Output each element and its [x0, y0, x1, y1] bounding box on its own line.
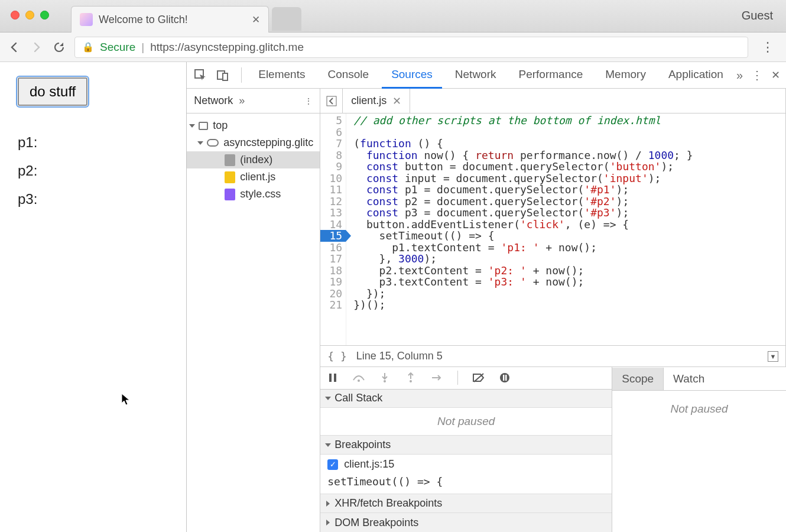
inspect-element-icon[interactable]: [193, 67, 208, 83]
profile-label[interactable]: Guest: [742, 9, 773, 22]
tab-application[interactable]: Application: [659, 62, 733, 89]
tree-file-index[interactable]: (index): [187, 151, 320, 168]
tab-watch[interactable]: Watch: [664, 368, 714, 390]
new-tab-button[interactable]: [272, 7, 301, 31]
traffic-lights: [11, 11, 49, 20]
maximize-window-icon[interactable]: [40, 11, 49, 20]
tab-console[interactable]: Console: [318, 62, 378, 89]
deactivate-breakpoints-icon[interactable]: [472, 371, 485, 384]
callstack-not-paused: Not paused: [320, 408, 612, 436]
breakpoint-code: setTimeout(() => {: [320, 474, 612, 494]
url-input[interactable]: 🔒 Secure | https://asyncstepping.glitch.…: [74, 37, 748, 58]
page-content: do stuff p1: p2: p3:: [0, 62, 187, 532]
tree-top[interactable]: top: [187, 117, 320, 134]
p3-label: p3:: [18, 191, 168, 207]
file-tab-clientjs[interactable]: client.js ✕: [343, 89, 410, 113]
tab-performance[interactable]: Performance: [509, 62, 593, 89]
url-separator: |: [141, 41, 144, 54]
tab-network[interactable]: Network: [446, 62, 506, 89]
close-devtools-icon[interactable]: ✕: [771, 69, 780, 82]
navigator-menu-icon[interactable]: ⋮: [304, 96, 313, 106]
js-file-icon: [225, 171, 235, 183]
back-button[interactable]: [7, 40, 21, 54]
editor-nav-icon[interactable]: [320, 89, 343, 113]
do-stuff-button[interactable]: do stuff: [18, 77, 87, 106]
devtools-menu-icon[interactable]: ⋮: [751, 68, 763, 82]
pause-on-exceptions-icon[interactable]: [498, 371, 511, 384]
step-over-icon[interactable]: [352, 371, 365, 384]
cursor-icon: [121, 393, 131, 406]
secure-label: Secure: [100, 41, 135, 54]
tab-title: Welcome to Glitch!: [99, 14, 246, 26]
svg-point-8: [410, 380, 412, 382]
navigator-header: Network » ⋮: [187, 89, 320, 113]
step-out-icon[interactable]: [404, 371, 417, 384]
scope-watch-tabs: Scope Watch: [612, 367, 786, 391]
p1-label: p1:: [18, 134, 168, 151]
step-into-icon[interactable]: [378, 371, 391, 384]
minimize-window-icon[interactable]: [25, 11, 34, 20]
svg-rect-2: [223, 73, 228, 80]
p2-label: p2:: [18, 163, 168, 179]
pause-icon[interactable]: [326, 371, 339, 384]
sources-navigator: Network » ⋮ top asyncstepping.glitc (ind…: [187, 89, 320, 532]
devtools: Elements Console Sources Network Perform…: [187, 62, 786, 532]
tab-sources[interactable]: Sources: [382, 62, 442, 89]
svg-point-7: [384, 380, 386, 382]
xhr-breakpoints-header[interactable]: XHR/fetch Breakpoints: [320, 494, 612, 513]
svg-rect-4: [329, 374, 332, 382]
file-tab-label: client.js: [351, 95, 386, 107]
more-navigator-tabs-icon[interactable]: »: [239, 95, 245, 107]
tree-host[interactable]: asyncstepping.glitc: [187, 134, 320, 151]
svg-line-9: [474, 374, 483, 382]
breakpoint-item[interactable]: ✓ client.js:15: [320, 455, 612, 474]
url-text: https://asyncstepping.glitch.me: [150, 41, 304, 54]
cloud-icon: [207, 139, 219, 147]
editor-status-bar: { } Line 15, Column 5 ▼: [320, 345, 785, 366]
divider: [457, 371, 458, 385]
scope-not-paused: Not paused: [612, 391, 786, 532]
tab-elements[interactable]: Elements: [249, 62, 314, 89]
reload-button[interactable]: [52, 40, 66, 54]
close-tab-icon[interactable]: ✕: [252, 14, 260, 26]
file-tree: top asyncstepping.glitc (index) client.j…: [187, 113, 320, 206]
breakpoint-checkbox[interactable]: ✓: [327, 459, 338, 470]
dom-breakpoints-header[interactable]: DOM Breakpoints: [320, 513, 612, 532]
debugger-controls: [320, 367, 612, 390]
svg-rect-11: [503, 375, 505, 381]
pretty-print-icon[interactable]: { }: [327, 350, 347, 362]
step-icon[interactable]: [430, 371, 443, 384]
close-window-icon[interactable]: [11, 11, 20, 20]
tab-scope[interactable]: Scope: [612, 368, 664, 390]
browser-menu-icon[interactable]: ⋮: [756, 40, 779, 55]
svg-point-10: [500, 373, 509, 382]
browser-tab[interactable]: Welcome to Glitch! ✕: [71, 6, 269, 33]
source-editor: client.js ✕ 5678910111213141516171819202…: [320, 89, 786, 366]
tree-file-clientjs[interactable]: client.js: [187, 168, 320, 186]
css-file-icon: [225, 189, 235, 200]
svg-rect-12: [505, 375, 507, 381]
document-icon: [225, 154, 235, 166]
debugger-panes: Call Stack Not paused Breakpoints ✓ clie…: [320, 366, 786, 532]
address-bar: 🔒 Secure | https://asyncstepping.glitch.…: [0, 33, 786, 62]
navigator-tab-label[interactable]: Network: [194, 95, 233, 107]
callstack-header[interactable]: Call Stack: [320, 390, 612, 408]
more-tabs-icon[interactable]: »: [736, 69, 743, 82]
window-titlebar: Welcome to Glitch! ✕ Guest: [0, 0, 786, 33]
devtools-tabbar: Elements Console Sources Network Perform…: [187, 62, 786, 89]
device-toolbar-icon[interactable]: [215, 67, 230, 83]
toggle-drawer-icon[interactable]: ▼: [768, 351, 778, 362]
tree-file-stylecss[interactable]: style.css: [187, 186, 320, 203]
close-file-tab-icon[interactable]: ✕: [392, 95, 401, 108]
source-code[interactable]: // add other scripts at the bottom of in…: [346, 113, 693, 345]
svg-rect-3: [327, 96, 336, 106]
breakpoints-header[interactable]: Breakpoints: [320, 436, 612, 455]
tab-memory[interactable]: Memory: [596, 62, 655, 89]
divider: [241, 67, 242, 83]
line-gutter[interactable]: 56789101112131415161718192021: [320, 113, 346, 345]
cursor-position: Line 15, Column 5: [356, 350, 443, 362]
breakpoint-label: client.js:15: [344, 458, 394, 471]
frame-icon: [199, 122, 208, 130]
svg-point-6: [358, 379, 360, 382]
favicon-icon: [80, 13, 93, 26]
